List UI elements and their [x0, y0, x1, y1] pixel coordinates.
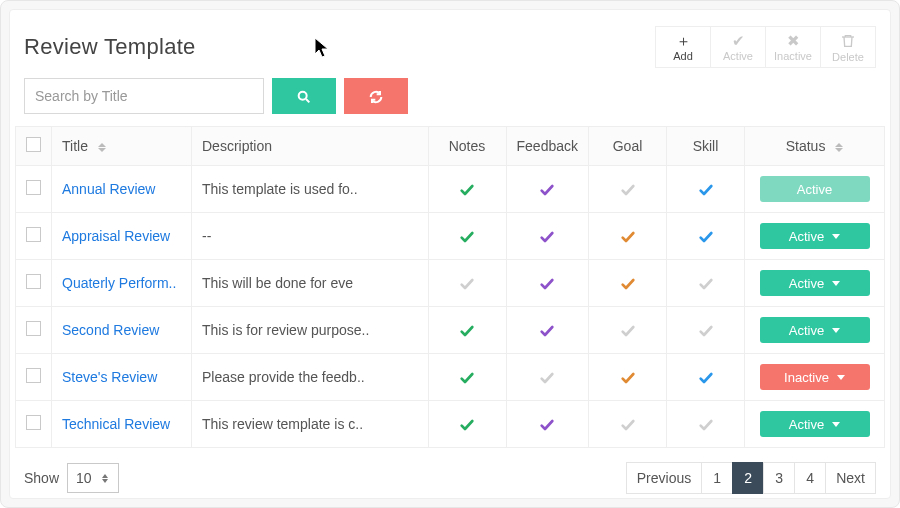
row-title-link[interactable]: Quaterly Perform..: [62, 275, 176, 291]
inactive-button[interactable]: ✖ Inactive: [765, 26, 821, 68]
status-label: Active: [797, 182, 832, 197]
col-title-header[interactable]: Title: [52, 127, 192, 166]
col-feedback-label: Feedback: [517, 138, 578, 154]
status-badge[interactable]: Inactive: [760, 364, 870, 390]
row-title-link[interactable]: Appraisal Review: [62, 228, 170, 244]
stepper-icon: [102, 474, 108, 483]
page-title: Review Template: [24, 34, 196, 60]
check-icon: [698, 321, 714, 338]
status-badge[interactable]: Active: [760, 223, 870, 249]
col-description-label: Description: [202, 138, 272, 154]
page-size-select[interactable]: 10: [67, 463, 119, 493]
table-row: Quaterly Perform..This will be done for …: [16, 260, 885, 307]
pagination: Previous1234Next: [627, 462, 876, 494]
chevron-down-icon: [832, 234, 840, 239]
row-checkbox[interactable]: [26, 227, 41, 242]
header-toolbar: ＋ Add ✔ Active ✖ Inactive Delete: [656, 26, 876, 68]
col-feedback-header[interactable]: Feedback: [506, 127, 588, 166]
pager-page[interactable]: 4: [794, 462, 826, 494]
check-icon: [620, 321, 636, 338]
reset-button[interactable]: [344, 78, 408, 114]
active-button[interactable]: ✔ Active: [710, 26, 766, 68]
row-checkbox[interactable]: [26, 274, 41, 289]
row-description: --: [202, 228, 211, 244]
add-button[interactable]: ＋ Add: [655, 26, 711, 68]
check-icon: [459, 415, 475, 432]
table-row: Annual ReviewThis template is used fo..A…: [16, 166, 885, 213]
chevron-down-icon: [837, 375, 845, 380]
check-icon: [539, 274, 555, 291]
row-description: This is for review purpose..: [202, 322, 369, 338]
row-checkbox[interactable]: [26, 321, 41, 336]
col-title-label: Title: [62, 138, 88, 154]
check-icon: [620, 274, 636, 291]
check-icon: [698, 368, 714, 385]
pager-page[interactable]: 1: [701, 462, 733, 494]
show-label: Show: [24, 470, 59, 486]
check-icon: [620, 227, 636, 244]
check-icon: [459, 368, 475, 385]
x-icon: ✖: [787, 33, 800, 48]
table-row: Steve's ReviewPlease provide the feedb..…: [16, 354, 885, 401]
col-goal-header[interactable]: Goal: [589, 127, 667, 166]
status-badge[interactable]: Active: [760, 411, 870, 437]
row-checkbox[interactable]: [26, 180, 41, 195]
check-icon: [620, 415, 636, 432]
col-skill-header[interactable]: Skill: [667, 127, 745, 166]
col-skill-label: Skill: [693, 138, 719, 154]
check-icon: ✔: [732, 33, 745, 48]
pager-prev[interactable]: Previous: [626, 462, 702, 494]
status-label: Inactive: [784, 370, 829, 385]
col-status-header[interactable]: Status: [745, 127, 885, 166]
table-row: Second ReviewThis is for review purpose.…: [16, 307, 885, 354]
row-description: This review template is c..: [202, 416, 363, 432]
row-checkbox[interactable]: [26, 415, 41, 430]
svg-point-0: [299, 91, 307, 99]
check-icon: [459, 274, 475, 291]
row-title-link[interactable]: Annual Review: [62, 181, 155, 197]
check-icon: [698, 274, 714, 291]
status-badge[interactable]: Active: [760, 270, 870, 296]
check-icon: [698, 227, 714, 244]
status-label: Active: [789, 323, 824, 338]
table-row: Appraisal Review--Active: [16, 213, 885, 260]
chevron-down-icon: [832, 422, 840, 427]
row-title-link[interactable]: Second Review: [62, 322, 159, 338]
col-notes-label: Notes: [449, 138, 486, 154]
active-label: Active: [723, 50, 753, 62]
status-badge[interactable]: Active: [760, 317, 870, 343]
sort-icon: [98, 143, 106, 152]
check-icon: [459, 180, 475, 197]
pager-next[interactable]: Next: [825, 462, 876, 494]
delete-button[interactable]: Delete: [820, 26, 876, 68]
row-checkbox[interactable]: [26, 368, 41, 383]
check-icon: [539, 180, 555, 197]
pager-page[interactable]: 2: [732, 462, 764, 494]
chevron-down-icon: [832, 281, 840, 286]
check-icon: [539, 321, 555, 338]
row-title-link[interactable]: Technical Review: [62, 416, 170, 432]
col-status-label: Status: [786, 138, 826, 154]
chevron-down-icon: [832, 328, 840, 333]
status-label: Active: [789, 276, 824, 291]
check-icon: [539, 368, 555, 385]
search-button[interactable]: [272, 78, 336, 114]
col-goal-label: Goal: [613, 138, 643, 154]
review-table: Title Description Notes Feedback Goal Sk…: [15, 126, 885, 448]
check-icon: [620, 368, 636, 385]
row-title-link[interactable]: Steve's Review: [62, 369, 157, 385]
check-icon: [459, 321, 475, 338]
row-description: This will be done for eve: [202, 275, 353, 291]
check-icon: [459, 227, 475, 244]
inactive-label: Inactive: [774, 50, 812, 62]
search-input[interactable]: [24, 78, 264, 114]
page-size-value: 10: [76, 470, 92, 486]
row-description: This template is used fo..: [202, 181, 358, 197]
pager-page[interactable]: 3: [763, 462, 795, 494]
select-all-checkbox[interactable]: [26, 137, 41, 152]
status-badge[interactable]: Active: [760, 176, 870, 202]
col-description-header[interactable]: Description: [192, 127, 429, 166]
add-label: Add: [673, 50, 693, 62]
col-notes-header[interactable]: Notes: [428, 127, 506, 166]
sort-icon: [835, 143, 843, 152]
